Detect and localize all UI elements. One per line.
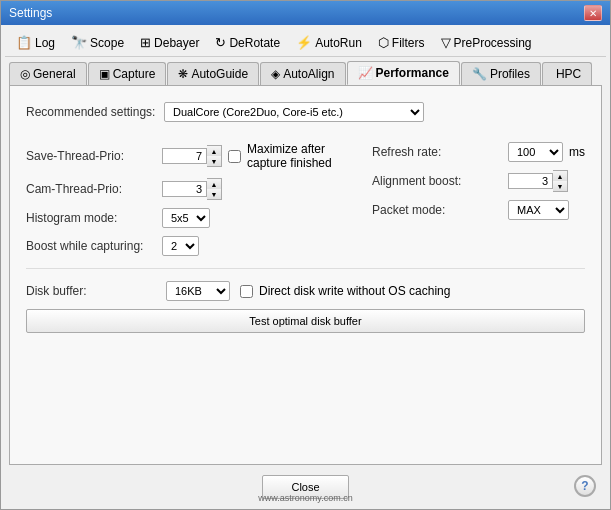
boost-capture-row: Boost while capturing: 2134 xyxy=(26,236,332,256)
direct-disk-row: Direct disk write without OS caching xyxy=(240,284,450,298)
boost-capture-label: Boost while capturing: xyxy=(26,239,156,253)
tab-label-autoguide: AutoGuide xyxy=(191,67,248,81)
performance-tab-icon: 📈 xyxy=(358,66,373,80)
alignment-boost-input[interactable]: 3 xyxy=(508,173,553,189)
watermark: www.astronomy.com.cn xyxy=(258,493,352,503)
tab-label-hpc: HPC xyxy=(556,67,581,81)
direct-disk-checkbox[interactable] xyxy=(240,285,253,298)
profiles-tab-icon: 🔧 xyxy=(472,67,487,81)
toolbar-label-debayer: Debayer xyxy=(154,36,199,50)
refresh-rate-label: Refresh rate: xyxy=(372,145,502,159)
cam-thread-label: Cam-Thread-Prio: xyxy=(26,182,156,196)
toolbar: 📋Log🔭Scope⊞Debayer↻DeRotate⚡AutoRun⬡Filt… xyxy=(5,29,606,57)
cam-thread-down[interactable]: ▼ xyxy=(207,189,221,199)
alignment-boost-down[interactable]: ▼ xyxy=(553,181,567,191)
tab-autoguide[interactable]: ❋AutoGuide xyxy=(167,62,259,85)
alignment-boost-spinner: 3 ▲ ▼ xyxy=(508,170,568,192)
help-button[interactable]: ? xyxy=(574,475,596,497)
toolbar-btn-debayer[interactable]: ⊞Debayer xyxy=(133,31,206,54)
settings-window: Settings ✕ 📋Log🔭Scope⊞Debayer↻DeRotate⚡A… xyxy=(0,0,611,510)
footer: Close www.astronomy.com.cn ? xyxy=(5,469,606,505)
tabs-row: ◎General▣Capture❋AutoGuide◈AutoAlign📈Per… xyxy=(5,57,606,85)
tab-profiles[interactable]: 🔧Profiles xyxy=(461,62,541,85)
debayer-icon: ⊞ xyxy=(140,35,151,50)
general-tab-icon: ◎ xyxy=(20,67,30,81)
toolbar-label-derotate: DeRotate xyxy=(229,36,280,50)
toolbar-label-scope: Scope xyxy=(90,36,124,50)
alignment-boost-row: Alignment boost: 3 ▲ ▼ xyxy=(372,170,585,192)
derotate-icon: ↻ xyxy=(215,35,226,50)
packet-mode-select[interactable]: MAXMINAUTO xyxy=(508,200,569,220)
cam-thread-spinner: 3 ▲ ▼ xyxy=(162,178,222,200)
tab-label-general: General xyxy=(33,67,76,81)
toolbar-btn-log[interactable]: 📋Log xyxy=(9,31,62,54)
scope-icon: 🔭 xyxy=(71,35,87,50)
save-thread-input[interactable]: 7 xyxy=(162,148,207,164)
close-window-button[interactable]: ✕ xyxy=(584,5,602,21)
log-icon: 📋 xyxy=(16,35,32,50)
cam-thread-row: Cam-Thread-Prio: 3 ▲ ▼ xyxy=(26,178,332,200)
tab-hpc[interactable]: HPC xyxy=(542,62,592,85)
toolbar-label-autorun: AutoRun xyxy=(315,36,362,50)
autorun-icon: ⚡ xyxy=(296,35,312,50)
save-thread-row: Save-Thread-Prio: 7 ▲ ▼ Maximize aft xyxy=(26,142,332,170)
recommended-select[interactable]: DualCore (Core2Duo, Core-i5 etc.)SingleC… xyxy=(164,102,424,122)
alignment-boost-spin-btns: ▲ ▼ xyxy=(553,170,568,192)
alignment-boost-up[interactable]: ▲ xyxy=(553,171,567,181)
tab-label-performance: Performance xyxy=(376,66,449,80)
cam-thread-up[interactable]: ▲ xyxy=(207,179,221,189)
title-bar-controls: ✕ xyxy=(584,5,602,21)
tab-autoalign[interactable]: ◈AutoAlign xyxy=(260,62,345,85)
content-area: 📋Log🔭Scope⊞Debayer↻DeRotate⚡AutoRun⬡Filt… xyxy=(1,25,610,509)
toolbar-label-preprocessing: PreProcessing xyxy=(454,36,532,50)
toolbar-label-filters: Filters xyxy=(392,36,425,50)
main-panel: Recommended settings: DualCore (Core2Duo… xyxy=(9,85,602,465)
save-thread-spinner: 7 ▲ ▼ xyxy=(162,145,222,167)
toolbar-btn-filters[interactable]: ⬡Filters xyxy=(371,31,432,54)
window-title: Settings xyxy=(9,6,52,20)
cam-thread-input[interactable]: 3 xyxy=(162,181,207,197)
toolbar-btn-scope[interactable]: 🔭Scope xyxy=(64,31,131,54)
toolbar-btn-autorun[interactable]: ⚡AutoRun xyxy=(289,31,369,54)
save-thread-down[interactable]: ▼ xyxy=(207,156,221,166)
tab-label-capture: Capture xyxy=(113,67,156,81)
save-thread-label: Save-Thread-Prio: xyxy=(26,149,156,163)
test-disk-buffer-button[interactable]: Test optimal disk buffer xyxy=(26,309,585,333)
title-bar: Settings ✕ xyxy=(1,1,610,25)
packet-mode-label: Packet mode: xyxy=(372,203,502,217)
left-col: Save-Thread-Prio: 7 ▲ ▼ Maximize aft xyxy=(26,142,332,256)
direct-disk-label: Direct disk write without OS caching xyxy=(259,284,450,298)
autoguide-tab-icon: ❋ xyxy=(178,67,188,81)
toolbar-btn-derotate[interactable]: ↻DeRotate xyxy=(208,31,287,54)
refresh-rate-select[interactable]: 1002005001000 xyxy=(508,142,563,162)
capture-tab-icon: ▣ xyxy=(99,67,110,81)
maximize-row: Maximize after capture finished xyxy=(228,142,332,170)
disk-buffer-label: Disk buffer: xyxy=(26,284,156,298)
histogram-row: Histogram mode: 5x53x31x1 xyxy=(26,208,332,228)
tab-general[interactable]: ◎General xyxy=(9,62,87,85)
refresh-rate-row: Refresh rate: 1002005001000 ms xyxy=(372,142,585,162)
toolbar-btn-preprocessing[interactable]: ▽PreProcessing xyxy=(434,31,539,54)
right-col: Refresh rate: 1002005001000 ms Alignment… xyxy=(372,142,585,256)
histogram-label: Histogram mode: xyxy=(26,211,156,225)
packet-mode-row: Packet mode: MAXMINAUTO xyxy=(372,200,585,220)
save-thread-up[interactable]: ▲ xyxy=(207,146,221,156)
tab-capture[interactable]: ▣Capture xyxy=(88,62,167,85)
refresh-rate-unit: ms xyxy=(569,145,585,159)
save-thread-spin-btns: ▲ ▼ xyxy=(207,145,222,167)
toolbar-label-log: Log xyxy=(35,36,55,50)
boost-capture-select[interactable]: 2134 xyxy=(162,236,199,256)
recommended-label: Recommended settings: xyxy=(26,105,156,119)
disk-buffer-select[interactable]: 16KB32KB64KB128KB xyxy=(166,281,230,301)
settings-grid: Save-Thread-Prio: 7 ▲ ▼ Maximize aft xyxy=(26,142,585,256)
maximize-checkbox[interactable] xyxy=(228,150,241,163)
recommended-row: Recommended settings: DualCore (Core2Duo… xyxy=(26,102,585,122)
tab-label-autoalign: AutoAlign xyxy=(283,67,334,81)
preprocessing-icon: ▽ xyxy=(441,35,451,50)
settings-section: Save-Thread-Prio: 7 ▲ ▼ Maximize aft xyxy=(26,134,585,256)
histogram-select[interactable]: 5x53x31x1 xyxy=(162,208,210,228)
maximize-label: Maximize after capture finished xyxy=(247,142,332,170)
tab-performance[interactable]: 📈Performance xyxy=(347,61,460,85)
cam-thread-spin-btns: ▲ ▼ xyxy=(207,178,222,200)
autoalign-tab-icon: ◈ xyxy=(271,67,280,81)
